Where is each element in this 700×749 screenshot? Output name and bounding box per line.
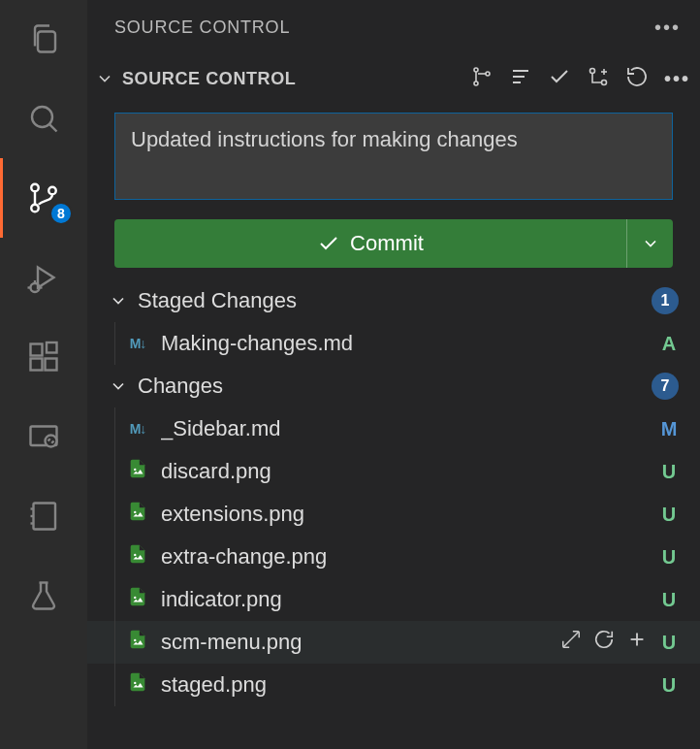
svg-rect-13 [47, 342, 57, 353]
commit-dropdown-button[interactable] [626, 219, 673, 268]
testing-activity[interactable] [22, 574, 65, 617]
svg-rect-11 [31, 359, 43, 371]
image-file-icon [127, 586, 148, 613]
svg-line-1 [49, 124, 56, 131]
svg-point-0 [32, 107, 52, 127]
image-file-icon [127, 671, 148, 699]
file-row[interactable]: M↓_Sidebar.mdM [87, 407, 700, 450]
more-icon: ••• [654, 16, 681, 39]
section-more-button[interactable]: ••• [664, 68, 690, 90]
section-title: SOURCE CONTROL [122, 69, 466, 89]
section-header[interactable]: SOURCE CONTROL ••• [87, 54, 700, 103]
file-row[interactable]: M↓Making-changes.mdA [87, 322, 700, 365]
activity-bar: 8 [0, 0, 87, 749]
panel-more-button[interactable]: ••• [654, 16, 681, 39]
source-control-activity[interactable]: 8 [22, 177, 65, 219]
explorer-activity[interactable] [22, 17, 65, 60]
staged-count-badge: 1 [652, 287, 679, 314]
indent-guide [114, 322, 115, 365]
file-status-badge: U [659, 546, 679, 569]
file-name: _Sidebar.md [161, 416, 648, 441]
svg-point-32 [134, 554, 136, 556]
svg-point-20 [474, 68, 478, 72]
indent-guide [114, 578, 115, 621]
changes-file-list: M↓_Sidebar.mdMdiscard.pngUextensions.png… [87, 407, 700, 706]
file-name: extensions.png [161, 502, 648, 527]
svg-rect-12 [46, 359, 57, 371]
notebook-icon [26, 499, 61, 534]
remote-icon [26, 419, 61, 454]
indent-guide [114, 536, 115, 578]
svg-point-22 [486, 72, 490, 76]
remote-activity[interactable] [22, 415, 65, 458]
file-status-badge: U [659, 632, 679, 654]
markdown-file-icon: M↓ [130, 421, 146, 437]
group-label: Changes [138, 374, 646, 399]
svg-point-34 [134, 639, 136, 641]
more-icon: ••• [664, 68, 690, 89]
commit-button-label: Commit [350, 231, 424, 256]
view-as-tree-button[interactable] [470, 65, 493, 93]
file-row[interactable]: indicator.pngU [87, 578, 700, 621]
svg-point-27 [601, 80, 606, 84]
file-name: scm-menu.png [161, 630, 549, 655]
svg-point-4 [48, 187, 56, 195]
create-pr-button[interactable] [587, 65, 610, 93]
commit-message-input[interactable]: Updated instructions for making changes [114, 113, 673, 200]
beaker-icon [26, 578, 61, 613]
file-name: Making-changes.md [161, 331, 648, 356]
image-file-icon [127, 501, 148, 528]
section-actions: ••• [470, 65, 690, 93]
file-status-badge: U [659, 461, 679, 483]
indent-guide [114, 450, 115, 493]
commit-button[interactable]: Commit [114, 219, 626, 268]
commit-area: Updated instructions for making changes … [87, 103, 700, 268]
svg-point-30 [134, 469, 136, 471]
file-status-badge: U [659, 674, 679, 697]
image-file-icon [127, 458, 148, 485]
source-control-panel: SOURCE CONTROL ••• SOURCE CONTROL ••• Up… [87, 0, 700, 749]
image-file-icon [127, 629, 148, 656]
file-row[interactable]: extra-change.pngU [87, 536, 700, 578]
svg-point-21 [474, 81, 478, 85]
file-status-badge: U [659, 504, 679, 526]
discard-changes-button[interactable] [593, 629, 615, 656]
extensions-activity[interactable] [22, 336, 65, 378]
notebook-activity[interactable] [22, 495, 65, 537]
file-status-badge: U [659, 589, 679, 611]
file-row[interactable]: staged.pngU [87, 664, 700, 706]
chevron-down-icon [105, 291, 132, 310]
svg-marker-5 [38, 268, 54, 288]
file-row[interactable]: extensions.pngU [87, 493, 700, 536]
staged-changes-header[interactable]: Staged Changes 1 [87, 279, 700, 322]
panel-header: SOURCE CONTROL ••• [87, 0, 700, 54]
changes-header[interactable]: Changes 7 [87, 365, 700, 407]
refresh-button[interactable] [625, 65, 649, 93]
file-name: indicator.png [161, 587, 648, 612]
svg-point-3 [31, 205, 39, 212]
check-icon [317, 232, 340, 255]
file-status-badge: A [659, 333, 679, 355]
run-debug-activity[interactable] [22, 256, 65, 299]
view-as-list-button[interactable] [509, 65, 532, 93]
staged-file-list: M↓Making-changes.mdA [87, 322, 700, 365]
file-name: staged.png [161, 672, 648, 698]
file-row[interactable]: scm-menu.pngU [87, 621, 700, 664]
svg-point-15 [46, 436, 57, 447]
chevron-down-icon [641, 234, 660, 253]
file-name: extra-change.png [161, 544, 648, 570]
svg-point-31 [134, 511, 136, 513]
svg-point-33 [134, 597, 136, 599]
search-icon [26, 101, 61, 136]
file-tree: Staged Changes 1 M↓Making-changes.mdA Ch… [87, 279, 700, 706]
extensions-icon [26, 340, 61, 374]
indent-guide [114, 621, 115, 664]
svg-rect-10 [31, 344, 43, 356]
search-activity[interactable] [22, 97, 65, 140]
commit-action-button[interactable] [548, 65, 571, 93]
stage-changes-button[interactable] [626, 629, 648, 656]
svg-point-37 [134, 682, 136, 684]
open-file-button[interactable] [560, 629, 582, 656]
file-row[interactable]: discard.pngU [87, 450, 700, 493]
files-icon [26, 21, 61, 56]
